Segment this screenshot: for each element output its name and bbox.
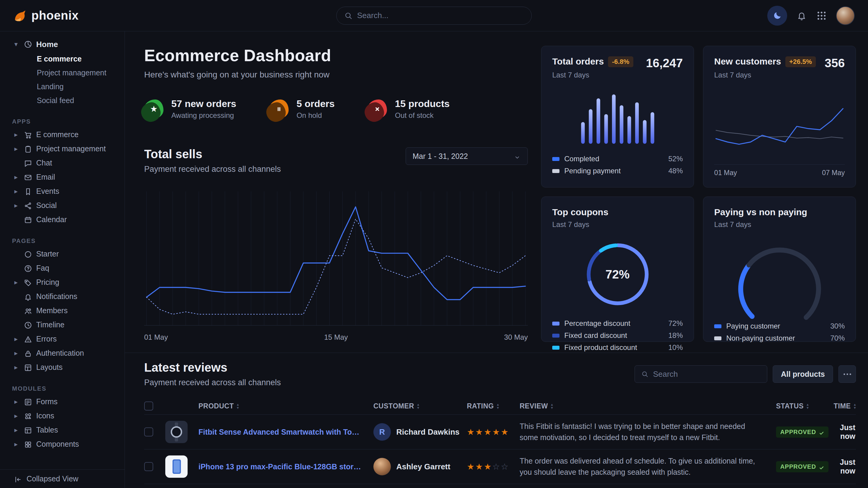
star-icon: ★	[150, 105, 157, 113]
sidebar-item-components[interactable]: ▸Components	[0, 437, 125, 451]
caret-right-icon: ▸	[12, 426, 20, 434]
total-sells-subtitle: Payment received across all channels	[144, 165, 281, 174]
clipboard-icon	[24, 144, 33, 154]
select-all-checkbox[interactable]	[144, 401, 153, 411]
search-input[interactable]	[357, 11, 524, 20]
column-header-review[interactable]: REVIEW▴▾	[520, 402, 776, 410]
all-products-button[interactable]: All products	[773, 365, 833, 383]
status-cell: APPROVED	[776, 426, 827, 438]
global-search[interactable]	[336, 7, 532, 25]
sidebar-subitem-e-commerce[interactable]: E commerce	[0, 52, 125, 66]
sidebar-item-forms[interactable]: ▸Forms	[0, 395, 125, 409]
reviews-search[interactable]	[634, 365, 767, 383]
sidebar-item-project-management[interactable]: ▸Project management	[0, 142, 125, 156]
sidebar-item-starter[interactable]: Starter	[0, 247, 125, 261]
table-row: Fitbit Sense Advanced Smartwatch with To…	[144, 415, 856, 449]
sidebar-item-email[interactable]: ▸Email	[0, 170, 125, 184]
status-cell: APPROVED	[776, 461, 827, 472]
sidebar-subitem-social-feed[interactable]: Social feed	[0, 93, 125, 107]
column-header-customer[interactable]: CUSTOMER▴▾	[373, 402, 467, 410]
x-tick: 01 May	[714, 169, 737, 177]
sidebar-item-notifications[interactable]: Notifications	[0, 289, 125, 303]
sidebar-item-events[interactable]: ▸Events	[0, 184, 125, 198]
row-checkbox[interactable]	[144, 462, 153, 471]
legend-item: Non-paying customer70%	[714, 332, 845, 344]
top-coupons-legend: Percentage discount72%Fixed card discoun…	[552, 317, 683, 354]
theme-toggle-button[interactable]	[767, 6, 787, 26]
sidebar-item-home[interactable]: ▾Home	[0, 37, 125, 52]
collapse-icon	[13, 475, 22, 483]
column-header-rating[interactable]: RATING▴▾	[467, 402, 520, 410]
stat-item: 5 ordersOn hold	[269, 98, 335, 120]
column-header-product[interactable]: PRODUCT▴▾	[198, 402, 373, 410]
legend-item: Percentage discount72%	[552, 317, 683, 329]
review-text: The order was delivered ahead of schedul…	[520, 455, 776, 478]
mail-icon	[24, 173, 33, 182]
apps-grid-button[interactable]	[816, 10, 827, 21]
row-checkbox[interactable]	[144, 427, 153, 436]
product-link[interactable]: Fitbit Sense Advanced Smartwatch with To…	[198, 428, 373, 436]
sidebar-item-label: Errors	[36, 334, 57, 343]
legend-value: 70%	[830, 334, 845, 343]
grid-icon	[816, 10, 827, 21]
table-icon	[24, 426, 33, 435]
product-link[interactable]: iPhone 13 pro max-Pacific Blue-128GB sto…	[198, 462, 373, 471]
brand-logo[interactable]: phoenix	[13, 9, 79, 23]
sidebar-item-errors[interactable]: ▸Errors	[0, 332, 125, 346]
caret-down-icon: ▾	[12, 40, 20, 48]
sidebar-subitem-landing[interactable]: Landing	[0, 79, 125, 93]
date-range-select[interactable]: Mar 1 - 31, 2022	[406, 148, 528, 165]
reviews-search-input[interactable]	[653, 369, 761, 379]
user-avatar[interactable]	[836, 6, 855, 25]
stat-caption: On hold	[297, 111, 335, 120]
sidebar-item-faq[interactable]: Faq	[0, 261, 125, 275]
column-header-status[interactable]: STATUS▴▾	[776, 402, 827, 410]
star-filled-icon: ★	[475, 427, 484, 437]
sidebar-item-label: Layouts	[36, 363, 63, 372]
pie-chart-icon	[24, 40, 33, 49]
lock-icon	[24, 349, 33, 358]
sidebar-item-label: Calendar	[36, 215, 67, 224]
reviews-subtitle: Payment received across all channels	[144, 378, 281, 387]
legend-item: Fixed product discount10%	[552, 341, 683, 354]
table-row	[144, 484, 856, 488]
column-header-time[interactable]: TIME▴▾	[834, 402, 856, 410]
collapse-label: Collapsed View	[27, 475, 79, 483]
sidebar-item-social[interactable]: ▸Social	[0, 198, 125, 213]
card-period: Last 7 days	[552, 71, 633, 79]
stat-caption: Out of stock	[395, 111, 450, 120]
avatar-photo	[373, 458, 391, 475]
date-range-value: Mar 1 - 31, 2022	[412, 152, 468, 161]
sidebar-item-e-commerce[interactable]: ▸E commerce	[0, 128, 125, 142]
paying-gauge-chart	[714, 229, 845, 320]
sidebar-item-authentication[interactable]: ▸Authentication	[0, 346, 125, 360]
search-icon	[641, 370, 649, 378]
sidebar-item-label: Chat	[36, 159, 52, 167]
x-icon	[373, 105, 381, 113]
clock-icon	[24, 320, 33, 329]
more-options-button[interactable]	[838, 365, 856, 383]
sidebar-item-chat[interactable]: Chat	[0, 156, 125, 170]
sidebar-item-icons[interactable]: ▸Icons	[0, 409, 125, 423]
sidebar-item-members[interactable]: Members	[0, 303, 125, 318]
collapse-sidebar-button[interactable]: Collapsed View	[0, 469, 125, 488]
sidebar-item-calendar[interactable]: Calendar	[0, 213, 125, 227]
brand-name: phoenix	[31, 9, 79, 22]
sidebar-item-layouts[interactable]: ▸Layouts	[0, 360, 125, 375]
sidebar-subitem-project-management[interactable]: Project management	[0, 66, 125, 79]
sidebar-item-label: Pricing	[36, 278, 59, 287]
paying-card: Paying vs non paying Last 7 days Paying …	[703, 197, 856, 342]
sidebar-item-label: Tables	[36, 426, 58, 434]
stat-blob-icon	[269, 99, 289, 119]
bell-icon	[796, 10, 807, 21]
sidebar-item-timeline[interactable]: Timeline	[0, 318, 125, 332]
legend-label: Percentage discount	[564, 319, 630, 328]
notifications-button[interactable]	[796, 10, 807, 21]
ellipsis-icon	[843, 373, 845, 375]
sidebar-item-pricing[interactable]: ▸Pricing	[0, 275, 125, 289]
sidebar-item-tables[interactable]: ▸Tables	[0, 423, 125, 437]
total-sells-chart	[144, 190, 528, 328]
status-badge: APPROVED	[776, 426, 829, 438]
new-customers-card: New customers+26.5% Last 7 days 356 01 M…	[703, 46, 856, 188]
legend-swatch	[714, 324, 721, 328]
